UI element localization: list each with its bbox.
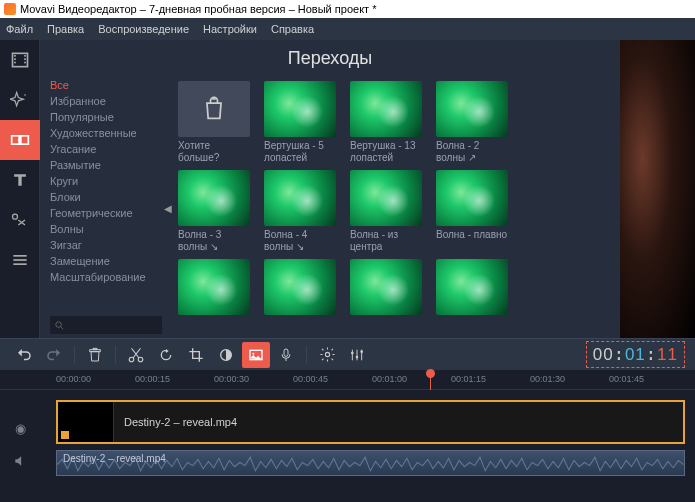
svg-point-7: [24, 94, 26, 96]
transition-item[interactable]: Вертушка - 5 лопастей: [264, 81, 336, 164]
category-item[interactable]: Размытие: [50, 157, 166, 173]
svg-rect-21: [284, 349, 288, 356]
undo-button[interactable]: [10, 342, 38, 368]
menu-settings[interactable]: Настройки: [203, 23, 257, 35]
audio-clip[interactable]: Destiny-2 – reveal.mp4: [56, 450, 685, 476]
category-item[interactable]: Зигзаг: [50, 237, 166, 253]
category-item[interactable]: Волны: [50, 221, 166, 237]
category-search[interactable]: [50, 316, 162, 334]
ruler-tick: 00:01:15: [451, 374, 486, 384]
timeline[interactable]: ◉ Destiny-2 – reveal.mp4 Destiny-2 – rev…: [0, 390, 695, 502]
tool-more[interactable]: [0, 240, 40, 280]
category-item[interactable]: Угасание: [50, 141, 166, 157]
svg-point-23: [351, 351, 354, 354]
track-mute-icon[interactable]: [13, 454, 27, 471]
collapse-sidebar-icon[interactable]: ◀: [164, 202, 172, 213]
transition-item[interactable]: Волна - 3 волны ↘: [178, 170, 250, 253]
tool-transitions[interactable]: [0, 120, 40, 160]
ruler-tick: 00:01:45: [609, 374, 644, 384]
crop-button[interactable]: [182, 342, 210, 368]
menu-help[interactable]: Справка: [271, 23, 314, 35]
ruler-tick: 00:00:30: [214, 374, 249, 384]
color-button[interactable]: [212, 342, 240, 368]
window-title: Movavi Видеоредактор – 7-дневная пробная…: [20, 3, 376, 15]
mic-button[interactable]: [272, 342, 300, 368]
svg-point-14: [56, 321, 62, 327]
redo-button[interactable]: [40, 342, 68, 368]
svg-rect-4: [24, 55, 26, 57]
svg-point-20: [252, 352, 254, 354]
svg-rect-1: [14, 55, 16, 57]
category-list: Все Избранное Популярные Художественные …: [40, 77, 170, 338]
category-item[interactable]: Круги: [50, 173, 166, 189]
clip-label: Destiny-2 – reveal.mp4: [63, 453, 166, 464]
transition-label: Хотите больше?: [178, 140, 250, 164]
transition-item[interactable]: Волна - 4 волны ↘: [264, 170, 336, 253]
transition-label: Волна - из центра: [350, 229, 422, 253]
app-icon: [4, 3, 16, 15]
category-item[interactable]: Популярные: [50, 109, 166, 125]
category-item[interactable]: Масштабирование: [50, 269, 166, 285]
transitions-panel: Переходы Все Избранное Популярные Художе…: [40, 40, 620, 338]
svg-point-10: [13, 214, 18, 219]
menu-edit[interactable]: Правка: [47, 23, 84, 35]
clip-thumbnail: [58, 402, 114, 442]
equalizer-button[interactable]: [343, 342, 371, 368]
category-item[interactable]: Замещение: [50, 253, 166, 269]
transition-item-promo[interactable]: Хотите больше?: [178, 81, 250, 164]
menubar: Файл Правка Воспроизведение Настройки Сп…: [0, 18, 695, 40]
transition-item[interactable]: Волна - плавно: [436, 170, 508, 253]
tool-stickers[interactable]: [0, 200, 40, 240]
image-button[interactable]: [242, 342, 270, 368]
preview-pane: [620, 40, 695, 338]
svg-rect-6: [24, 62, 26, 64]
category-item[interactable]: Художественные: [50, 125, 166, 141]
transition-item[interactable]: [264, 259, 336, 315]
titlebar: Movavi Видеоредактор – 7-дневная пробная…: [0, 0, 695, 18]
ruler-tick: 00:01:00: [372, 374, 407, 384]
ruler-tick: 00:00:15: [135, 374, 170, 384]
svg-rect-5: [24, 58, 26, 60]
menu-playback[interactable]: Воспроизведение: [98, 23, 189, 35]
category-item[interactable]: Все: [50, 77, 166, 93]
transition-item[interactable]: [436, 259, 508, 315]
preview-video: [620, 40, 695, 338]
transition-item[interactable]: Волна - из центра: [350, 170, 422, 253]
delete-button[interactable]: [81, 342, 109, 368]
settings-button[interactable]: [313, 342, 341, 368]
svg-point-25: [360, 350, 363, 353]
transitions-grid: Хотите больше? Вертушка - 5 лопастей Вер…: [170, 77, 620, 338]
transition-item[interactable]: [178, 259, 250, 315]
transition-item[interactable]: Волна - 2 волны ↗: [436, 81, 508, 164]
transition-item[interactable]: [350, 259, 422, 315]
timeline-toolbar: 00:01:11: [0, 338, 695, 370]
svg-rect-3: [14, 62, 16, 64]
rotate-button[interactable]: [152, 342, 180, 368]
shopping-bag-icon: [200, 95, 228, 123]
tool-titles[interactable]: [0, 160, 40, 200]
ruler-tick: 00:00:45: [293, 374, 328, 384]
tool-media[interactable]: [0, 40, 40, 80]
ruler-tick: 00:00:00: [56, 374, 91, 384]
search-icon: [54, 320, 65, 331]
category-item[interactable]: Блоки: [50, 189, 166, 205]
svg-line-15: [61, 326, 63, 328]
transition-label: Волна - плавно: [436, 229, 508, 253]
menu-file[interactable]: Файл: [6, 23, 33, 35]
category-item[interactable]: Избранное: [50, 93, 166, 109]
track-visibility-icon[interactable]: ◉: [15, 421, 26, 436]
video-track[interactable]: Destiny-2 – reveal.mp4: [56, 400, 685, 444]
cut-button[interactable]: [122, 342, 150, 368]
audio-track[interactable]: Destiny-2 – reveal.mp4: [56, 450, 685, 476]
transition-item[interactable]: Вертушка - 13 лопастей: [350, 81, 422, 164]
tool-filters[interactable]: [0, 80, 40, 120]
transition-label: Волна - 2 волны ↗: [436, 140, 508, 164]
clip-label: Destiny-2 – reveal.mp4: [114, 416, 237, 428]
svg-rect-9: [21, 136, 29, 144]
svg-point-24: [356, 355, 359, 358]
svg-point-22: [325, 352, 329, 356]
video-clip[interactable]: Destiny-2 – reveal.mp4: [56, 400, 685, 444]
transition-label: Вертушка - 5 лопастей: [264, 140, 336, 164]
timeline-ruler[interactable]: 00:00:00 00:00:15 00:00:30 00:00:45 00:0…: [0, 370, 695, 390]
category-item[interactable]: Геометрические: [50, 205, 166, 221]
